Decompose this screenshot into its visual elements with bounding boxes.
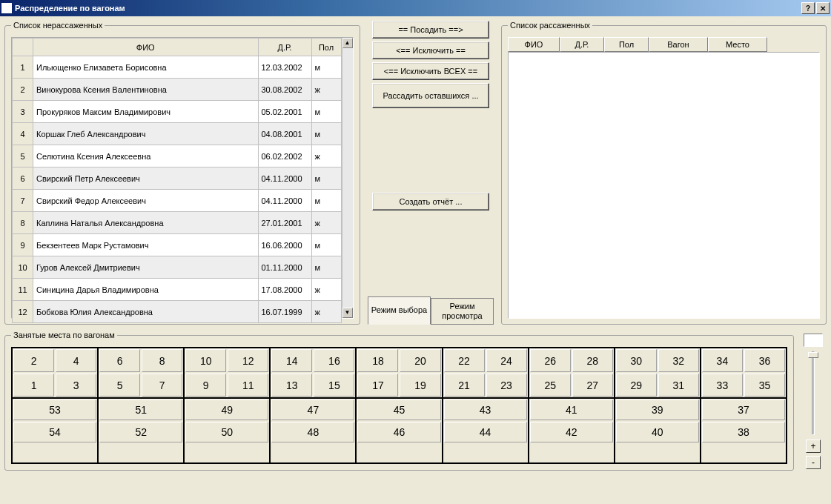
seat-button[interactable]: == Посадить ==> (372, 21, 489, 39)
seat[interactable]: 26 (530, 349, 571, 372)
seat[interactable]: 53 (13, 399, 96, 420)
seat[interactable]: 1 (13, 374, 54, 397)
unseated-table[interactable]: ФИО Д.Р. Пол 1Ильющенко Елизавета Борисо… (12, 38, 342, 323)
row-num: 3 (13, 101, 33, 123)
seat[interactable]: 47 (271, 399, 354, 420)
seat[interactable]: 8 (142, 349, 182, 372)
table-row[interactable]: 9Бекзентеев Марк Рустамович16.06.2000м (13, 234, 342, 256)
col-sex[interactable]: Пол (311, 39, 341, 56)
seat[interactable]: 21 (444, 374, 485, 397)
seat[interactable]: 10 (185, 349, 226, 372)
seat[interactable]: 2 (13, 349, 54, 372)
seat[interactable]: 50 (185, 422, 268, 442)
seat[interactable]: 3 (56, 374, 96, 397)
seat[interactable]: 4 (56, 349, 96, 372)
seat[interactable]: 45 (357, 399, 440, 420)
col-dob-r[interactable]: Д.Р. (560, 37, 604, 52)
table-row[interactable]: 8Каплина Наталья Александровна27.01.2001… (13, 212, 342, 234)
seated-table-body[interactable] (508, 52, 820, 319)
seat[interactable]: 30 (616, 349, 657, 372)
col-num[interactable] (13, 39, 33, 56)
seat[interactable]: 38 (702, 422, 785, 442)
seat[interactable]: 7 (142, 374, 182, 397)
seat[interactable]: 34 (702, 349, 743, 372)
seat[interactable]: 23 (486, 374, 527, 397)
seat-rest-button[interactable]: Рассадить оставшихся ... (372, 83, 489, 108)
col-fio-r[interactable]: ФИО (508, 37, 560, 52)
seat[interactable]: 33 (702, 374, 743, 397)
seat[interactable]: 43 (444, 399, 527, 420)
col-place-r[interactable]: Место (708, 37, 767, 52)
seat[interactable]: 37 (702, 399, 785, 420)
seat[interactable]: 17 (357, 374, 398, 397)
app-icon (1, 3, 12, 13)
seat[interactable]: 5 (99, 374, 140, 397)
exclude-all-button[interactable]: <== Исключить ВСЕХ == (372, 62, 489, 80)
seats-grid: 2413535468575152101291149501416131547481… (11, 347, 787, 464)
plus-button[interactable]: + (806, 440, 821, 453)
seat[interactable]: 24 (486, 349, 527, 372)
compartment: 10129114950 (185, 348, 271, 462)
seat[interactable]: 35 (744, 374, 785, 397)
scroll-down-icon[interactable]: ▼ (342, 308, 353, 318)
seat[interactable]: 36 (744, 349, 785, 372)
seat[interactable]: 29 (616, 374, 657, 397)
seat[interactable]: 31 (658, 374, 699, 397)
unseated-scrollbar[interactable]: ▲ ▼ (342, 38, 354, 318)
seat[interactable]: 44 (444, 422, 527, 442)
seat[interactable]: 49 (185, 399, 268, 420)
table-row[interactable]: 4Коршак Глеб Александрович04.08.2001м (13, 123, 342, 145)
close-button[interactable]: ✕ (816, 2, 830, 14)
seat[interactable]: 14 (271, 349, 312, 372)
seat[interactable]: 51 (99, 399, 182, 420)
col-dob[interactable]: Д.Р. (258, 39, 311, 56)
seat[interactable]: 27 (572, 374, 613, 397)
seat[interactable]: 18 (357, 349, 398, 372)
seat[interactable]: 39 (616, 399, 699, 420)
seat[interactable]: 48 (271, 422, 354, 442)
seat[interactable]: 6 (99, 349, 140, 372)
seat[interactable]: 9 (185, 374, 226, 397)
exclude-button[interactable]: <== Исключить == (372, 42, 489, 59)
table-row[interactable]: 1Ильющенко Елизавета Борисовна12.03.2002… (13, 56, 342, 79)
tab-view-mode[interactable]: Режим просмотра (431, 298, 494, 325)
col-sex-r[interactable]: Пол (604, 37, 649, 52)
seat[interactable]: 25 (530, 374, 571, 397)
slider-thumb[interactable] (808, 352, 818, 358)
seat[interactable]: 15 (314, 374, 354, 397)
seat[interactable]: 41 (530, 399, 613, 420)
tab-select-mode[interactable]: Режим выбора (368, 296, 431, 325)
row-dob: 12.03.2002 (258, 56, 311, 79)
minus-button[interactable]: - (806, 456, 821, 469)
table-row[interactable]: 12Бобкова Юлия Александровна16.07.1999ж (13, 301, 342, 323)
seat[interactable]: 20 (400, 349, 440, 372)
scroll-up-icon[interactable]: ▲ (342, 38, 353, 48)
col-car-r[interactable]: Вагон (649, 37, 708, 52)
seat[interactable]: 19 (400, 374, 440, 397)
seat[interactable]: 42 (530, 422, 613, 442)
scale-slider[interactable] (812, 351, 815, 435)
table-row[interactable]: 2Винокурова Ксения Валентиновна30.08.200… (13, 79, 342, 101)
seat[interactable]: 54 (13, 422, 96, 442)
table-row[interactable]: 6Свирский Петр Алексеевич04.11.2000м (13, 168, 342, 190)
table-row[interactable]: 3Прокуряков Максим Владимирович05.02.200… (13, 101, 342, 123)
seat[interactable]: 12 (228, 349, 268, 372)
seat[interactable]: 40 (616, 422, 699, 442)
seat[interactable]: 16 (314, 349, 354, 372)
col-fio[interactable]: ФИО (33, 39, 259, 56)
seat[interactable]: 11 (228, 374, 268, 397)
seat[interactable]: 22 (444, 349, 485, 372)
table-row[interactable]: 10Гуров Алексей Дмитриевич01.11.2000м (13, 256, 342, 279)
help-button[interactable]: ? (801, 2, 815, 14)
seat[interactable]: 28 (572, 349, 613, 372)
row-fio: Селютина Ксения Алексеевна (33, 145, 259, 168)
seat[interactable]: 13 (271, 374, 312, 397)
row-sex: м (311, 101, 341, 123)
table-row[interactable]: 11Синицина Дарья Владимировна17.08.2000ж (13, 279, 342, 301)
report-button[interactable]: Создать отчёт ... (372, 193, 489, 210)
table-row[interactable]: 5Селютина Ксения Алексеевна06.02.2002ж (13, 145, 342, 168)
seat[interactable]: 32 (658, 349, 699, 372)
seat[interactable]: 46 (357, 422, 440, 442)
table-row[interactable]: 7Свирский Федор Алексеевич04.11.2000м (13, 190, 342, 212)
seat[interactable]: 52 (99, 422, 182, 442)
